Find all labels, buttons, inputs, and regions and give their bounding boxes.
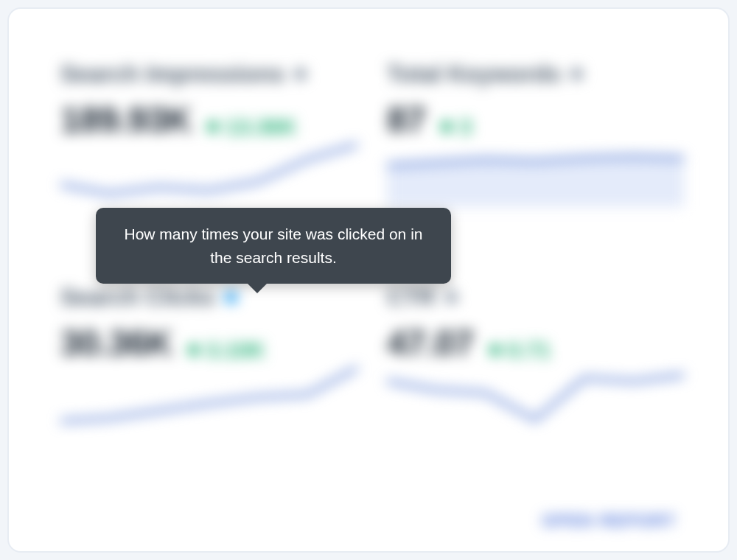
metric-value: 87 xyxy=(387,99,425,140)
metric-delta: 0.71 xyxy=(490,337,551,363)
metric-value-row: 87 3 xyxy=(387,99,684,140)
sparkline-ctr xyxy=(387,363,684,430)
metric-title-row: Total Keywords xyxy=(387,60,684,88)
metric-clicks: Search Clicks 30.36K 3.10K xyxy=(60,284,357,492)
metric-value: 47.07 xyxy=(387,323,474,363)
metric-label: CTR xyxy=(387,284,436,311)
info-icon[interactable] xyxy=(294,68,307,80)
sparkline-keywords xyxy=(387,140,684,207)
sparkline-clicks xyxy=(60,363,357,430)
metric-value-row: 189.93K 13.36K xyxy=(60,99,357,140)
analytics-card: Search Impressions 189.93K 13.36K Total … xyxy=(7,7,730,553)
info-icon[interactable] xyxy=(570,68,583,80)
metric-label: Total Keywords xyxy=(387,60,561,88)
metric-title-row: Search Clicks xyxy=(60,284,357,311)
metric-delta: 13.36K xyxy=(208,114,297,139)
metric-value: 189.93K xyxy=(60,99,192,140)
metric-value: 30.36K xyxy=(60,323,172,363)
metric-label: Search Clicks xyxy=(60,284,215,311)
metric-title-row: CTR xyxy=(387,284,684,311)
sparkline-impressions xyxy=(60,140,357,207)
metric-delta: 3 xyxy=(441,114,472,139)
info-icon[interactable] xyxy=(445,291,458,304)
metric-delta: 3.10K xyxy=(189,337,265,363)
metric-title-row: Search Impressions xyxy=(60,60,357,88)
tooltip-search-clicks: How many times your site was clicked on … xyxy=(96,208,451,284)
metric-value-row: 30.36K 3.10K xyxy=(60,323,357,363)
metric-value-row: 47.07 0.71 xyxy=(387,323,684,363)
tooltip-text: How many times your site was clicked on … xyxy=(125,225,423,266)
metric-ctr: CTR 47.07 0.71 xyxy=(387,284,684,492)
info-icon[interactable] xyxy=(225,291,237,304)
open-report-link[interactable]: OPEN REPORT xyxy=(542,511,677,531)
metric-label: Search Impressions xyxy=(60,60,284,88)
